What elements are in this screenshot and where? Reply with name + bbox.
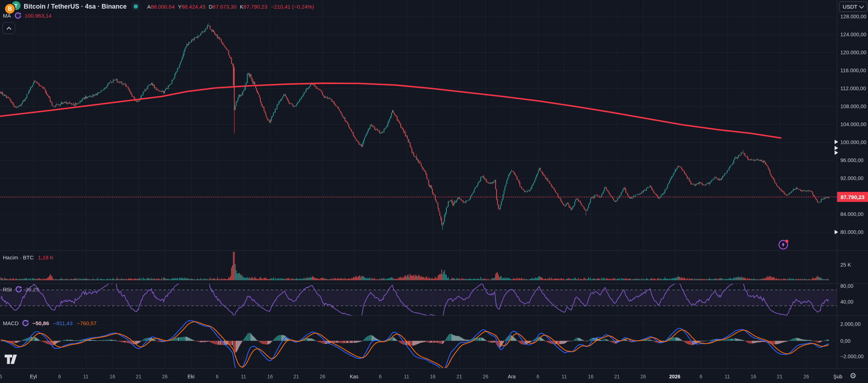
price-axis-label: 120.000,00: [840, 50, 867, 55]
currency-selector-button[interactable]: USDT: [839, 1, 867, 12]
time-axis-label: 11: [241, 374, 246, 379]
time-axis-label: 2026: [669, 374, 680, 379]
price-axis-label: 92.000,00: [840, 175, 864, 181]
time-axis-label: 21: [777, 374, 783, 379]
time-axis-label: 21: [614, 374, 620, 379]
time-axis-label: 16: [751, 374, 756, 379]
rsi-label: RSI: [3, 286, 12, 292]
price-axis-label: 96.000,00: [840, 157, 864, 163]
time-axis-label: 6: [537, 374, 539, 379]
ohlc-value: 88.424,45: [182, 4, 206, 10]
time-axis-label: 16: [110, 374, 115, 379]
ma-value: 100.963,14: [25, 13, 52, 19]
indicator-sync-icon: [22, 319, 29, 327]
ohlc-letter: D: [209, 4, 213, 10]
volume-legend-row[interactable]: Hacim · BTC 1,18 K: [3, 254, 54, 260]
realtime-lightning-button[interactable]: [778, 239, 789, 250]
time-axis-label: Ara: [508, 374, 516, 379]
volume-label: Hacim · BTC: [3, 254, 34, 260]
time-axis-label: 6: [700, 374, 702, 379]
time-axis-label: 26: [640, 374, 646, 379]
time-axis-label: Şub: [834, 374, 843, 379]
price-change: −210,41 (−0,24%): [271, 4, 314, 10]
price-axis-label: 80.000,00: [840, 229, 864, 235]
tradingview-chart-window: T B Bitcoin / TetherUS · 4sa · Binance A…: [0, 0, 868, 383]
time-axis-label: 16: [430, 374, 436, 379]
last-price-tag: 87.790,23: [837, 192, 868, 202]
price-axis-label: 2.000,00: [840, 321, 860, 327]
macd-label: MACD: [3, 320, 19, 326]
time-axis-label: 11: [725, 374, 730, 379]
time-axis-settings-gear-icon[interactable]: ⚙: [850, 372, 857, 380]
indicator-sync-icon: [15, 285, 23, 293]
market-status-icon: [132, 3, 140, 10]
time-axis-label: 6: [0, 374, 2, 379]
symbol-title[interactable]: Bitcoin / TetherUS · 4sa · Binance: [24, 3, 127, 10]
indicator-sync-icon: [14, 11, 22, 19]
time-axis-label: 21: [136, 374, 141, 379]
ma-label: MA: [3, 13, 11, 19]
macd-signal-value: −760,57: [77, 320, 97, 326]
time-axis-label: 11: [83, 374, 89, 379]
macd-hist-value: −50,86: [32, 320, 49, 326]
macd-line-value: −811,43: [53, 320, 73, 326]
ohlc-letter: Y: [178, 4, 181, 10]
ohlc-value: 88.000,64: [151, 4, 175, 10]
ohlc-values: A88.000,64Y88.424,45D87.673,30K87.790,23: [144, 4, 268, 10]
ma-indicator-row[interactable]: MA 100.963,14: [3, 11, 52, 19]
rsi-value: 39,25: [25, 286, 39, 292]
time-axis-label: Eyl: [30, 374, 37, 379]
price-axis-label: 84.000,00: [840, 211, 864, 217]
time-axis-label: 21: [293, 374, 299, 379]
price-axis-label: 108.000,00: [840, 103, 867, 109]
price-axis-label: 104.000,00: [840, 121, 867, 127]
price-axis-label: 124.000,00: [840, 32, 867, 37]
rsi-legend-row[interactable]: RSI 39,25: [3, 285, 39, 293]
ohlc-value: 87.673,30: [213, 4, 237, 10]
axis-marker-icon[interactable]: [835, 140, 838, 144]
price-axis-label: 40,00: [840, 299, 853, 305]
axis-marker-icon[interactable]: [835, 151, 838, 155]
time-axis-label: 6: [379, 374, 382, 379]
time-axis-label: 16: [588, 374, 594, 379]
price-axis-label: 128.000,00: [840, 14, 867, 19]
axis-marker-icon[interactable]: [835, 230, 838, 234]
axis-marker-icon[interactable]: [835, 146, 838, 150]
chevron-down-icon: [859, 3, 864, 8]
currency-label: USDT: [843, 4, 858, 10]
price-axis-label: 0,00: [840, 338, 850, 344]
time-axis-label: 26: [320, 374, 325, 379]
time-axis-label: 26: [162, 374, 168, 379]
time-axis-label: Kas: [350, 374, 358, 379]
price-axis-label: −2.000,00: [840, 354, 864, 359]
ohlc-letter: A: [147, 4, 151, 10]
time-axis-label: 11: [404, 374, 409, 379]
time-axis-label: 21: [456, 374, 462, 379]
price-axis-label: 100.000,00: [840, 139, 867, 145]
ohlc-letter: K: [240, 4, 243, 10]
time-axis-label: 6: [216, 374, 219, 379]
tradingview-watermark-logo: [4, 354, 19, 364]
chart-canvas[interactable]: [0, 0, 868, 383]
ohlc-value: 87.790,23: [243, 4, 268, 10]
time-axis-label: 11: [562, 374, 567, 379]
time-axis-label: Eki: [187, 374, 194, 379]
time-axis-label: 6: [58, 374, 61, 379]
price-axis-label: 25 K: [840, 262, 851, 268]
time-axis-label: 26: [803, 374, 809, 379]
time-axis-label: 16: [267, 374, 273, 379]
pair-logo: T B: [3, 1, 21, 12]
chevron-up-icon: [6, 27, 11, 30]
symbol-legend-row: T B Bitcoin / TetherUS · 4sa · Binance A…: [3, 1, 314, 12]
collapse-legend-button[interactable]: [3, 22, 15, 34]
price-axis-label: 116.000,00: [840, 68, 866, 73]
time-axis-label: 26: [483, 374, 488, 379]
price-axis-label: 112.000,00: [840, 86, 866, 91]
price-axis-label: 80,00: [840, 283, 853, 289]
macd-legend-row[interactable]: MACD −50,86 −811,43 −760,57: [3, 319, 97, 327]
volume-value: 1,18 K: [38, 254, 54, 260]
